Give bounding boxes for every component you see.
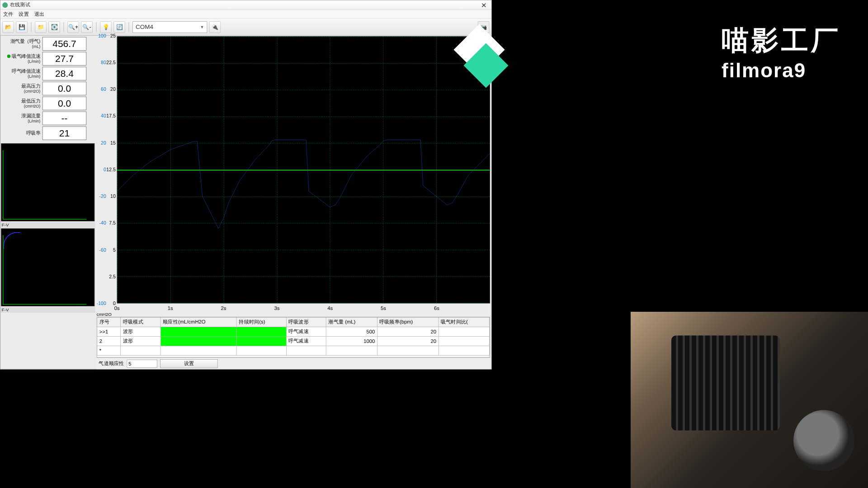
menubar: 文件 设置 退出 <box>0 10 491 19</box>
main-chart[interactable]: 02.557.51012.51517.52022.525 10080604020… <box>97 36 490 317</box>
y-tick-right: -20 <box>99 193 106 199</box>
table-cell[interactable] <box>286 346 326 355</box>
y-tick-right: 60 <box>101 86 106 92</box>
table-cell[interactable] <box>160 336 236 346</box>
metric-value: -- <box>42 112 87 125</box>
metric-value: 0.0 <box>42 82 87 95</box>
brand-overlay: 喵影工厂 filmora9 <box>722 23 841 82</box>
metric-label: 潮气量（呼气)(mL) <box>2 38 42 49</box>
chevron-down-icon: ▼ <box>200 24 204 29</box>
table-header[interactable]: 呼吸模式 <box>121 317 160 327</box>
table-cell[interactable]: * <box>97 346 121 355</box>
menu-settings[interactable]: 设置 <box>19 11 29 17</box>
table-cell[interactable]: 1000 <box>326 336 377 346</box>
y-tick-right: 40 <box>101 113 106 119</box>
light-icon[interactable]: 💡 <box>100 21 112 33</box>
table-cell[interactable] <box>439 327 490 336</box>
data-table[interactable]: 序号呼吸模式顺应性(mL/cmH2O持续时间(s)呼吸波形潮气量 (mL)呼吸频… <box>97 317 490 357</box>
metric-row: 最高压力(cmH2O)0.0 <box>2 82 94 95</box>
close-icon[interactable]: ✕ <box>478 1 490 9</box>
metric-label: 吸气峰值流速(L/min) <box>2 53 42 64</box>
table-cell[interactable] <box>377 346 439 355</box>
y-tick-right: 20 <box>101 140 106 145</box>
thumb-plot-1-title: F-V <box>0 222 95 228</box>
metric-label: 泄漏流量(L/min) <box>2 113 42 123</box>
video-overlay <box>631 312 868 488</box>
table-header[interactable]: 顺应性(mL/cmH2O <box>160 317 236 327</box>
y-tick-left: 7.5 <box>109 221 116 226</box>
open-icon[interactable]: 📂 <box>2 21 14 33</box>
x-tick: 5s <box>381 305 386 311</box>
table-cell[interactable]: 波形 <box>121 327 160 336</box>
table-cell[interactable]: 2 <box>97 336 121 346</box>
y-tick-right: 80 <box>101 60 106 65</box>
zoom-out-icon[interactable]: 🔍- <box>81 21 93 33</box>
y-tick-left: 5 <box>113 247 116 253</box>
y-tick-right: 100 <box>98 33 106 38</box>
app-icon <box>2 2 8 8</box>
thumb-plot-2[interactable] <box>1 229 94 307</box>
compliance-input[interactable] <box>127 359 158 367</box>
save-icon[interactable]: 💾 <box>16 21 28 33</box>
table-cell[interactable] <box>326 346 377 355</box>
table-cell[interactable] <box>439 346 490 355</box>
table-cell[interactable]: 20 <box>377 336 439 346</box>
metric-value: 28.4 <box>42 67 87 80</box>
thumb-plot-2-title: F-V <box>0 307 95 313</box>
table-cell[interactable]: 呼气减速 <box>286 327 326 336</box>
y-tick-left: 12.5 <box>106 167 115 172</box>
x-tick: 1s <box>168 305 173 311</box>
table-cell[interactable] <box>160 327 236 336</box>
table-cell[interactable]: >>1 <box>97 327 121 336</box>
y-tick-left: 22.5 <box>106 60 115 65</box>
table-cell[interactable] <box>236 327 286 336</box>
table-row[interactable]: * <box>97 346 490 355</box>
y-tick-left: 17.5 <box>106 113 115 119</box>
metric-row: 呼吸率21 <box>2 127 94 140</box>
y-tick-right: -100 <box>97 300 106 306</box>
table-cell[interactable]: 20 <box>377 327 439 336</box>
connect-icon[interactable]: 🔌 <box>209 21 221 33</box>
y-tick-right: -40 <box>99 221 106 226</box>
menu-file[interactable]: 文件 <box>3 11 14 17</box>
metric-row: 呼气峰值流速(L/min)28.4 <box>2 67 94 80</box>
table-header[interactable]: 持续时间(s) <box>236 317 286 327</box>
metric-value: 0.0 <box>42 97 87 110</box>
table-header[interactable]: 序号 <box>97 317 121 327</box>
table-cell[interactable] <box>236 336 286 346</box>
table-header[interactable]: 吸气时间比( <box>439 317 490 327</box>
brand-line1: 喵影工厂 <box>722 23 841 59</box>
metric-value: 27.7 <box>42 52 87 66</box>
menu-exit[interactable]: 退出 <box>34 11 45 17</box>
refresh-icon[interactable]: 🔄 <box>113 21 125 33</box>
table-header[interactable]: 潮气量 (mL) <box>326 317 377 327</box>
table-cell[interactable] <box>439 336 490 346</box>
table-header[interactable]: 呼吸波形 <box>286 317 326 327</box>
zoom-in-icon[interactable]: 🔍+ <box>67 21 79 33</box>
bottom-label: 气道顺应性 <box>99 360 124 366</box>
table-row[interactable]: 2波形呼气减速100020 <box>97 336 490 346</box>
table-cell[interactable]: 500 <box>326 327 377 336</box>
table-header[interactable]: 呼吸频率(bpm) <box>377 317 439 327</box>
table-cell[interactable]: 呼气减速 <box>286 336 326 346</box>
y-axis-unit: cmH2O <box>97 312 112 317</box>
table-row[interactable]: >>1波形呼气减速50020 <box>97 327 490 336</box>
table-cell[interactable]: 波形 <box>121 336 160 346</box>
metric-label: 最低压力(cmH2O) <box>2 98 42 108</box>
toolbar: 📂 💾 📁 💽 🔍+ 🔍- 💡 🔄 COM4 ▼ 🔌 📷 <box>0 19 491 36</box>
metric-row: 潮气量（呼气)(mL)456.7 <box>2 37 94 51</box>
savecfg-icon[interactable]: 💽 <box>48 21 60 33</box>
thumb-plot-1[interactable] <box>1 143 94 221</box>
y-tick-left: 10 <box>110 193 116 199</box>
settings-button[interactable]: 设置 <box>160 359 218 368</box>
folder-icon[interactable]: 📁 <box>35 21 47 33</box>
com-port-select[interactable]: COM4 ▼ <box>132 21 207 33</box>
metric-row: 吸气峰值流速(L/min)27.7 <box>2 52 94 66</box>
y-tick-right: -60 <box>99 247 106 253</box>
titlebar: 在线测试 ✕ <box>0 0 491 10</box>
table-cell[interactable] <box>121 346 160 355</box>
table-cell[interactable] <box>160 346 236 355</box>
status-dot-icon <box>7 55 11 58</box>
x-tick: 6s <box>434 305 439 311</box>
table-cell[interactable] <box>236 346 286 355</box>
